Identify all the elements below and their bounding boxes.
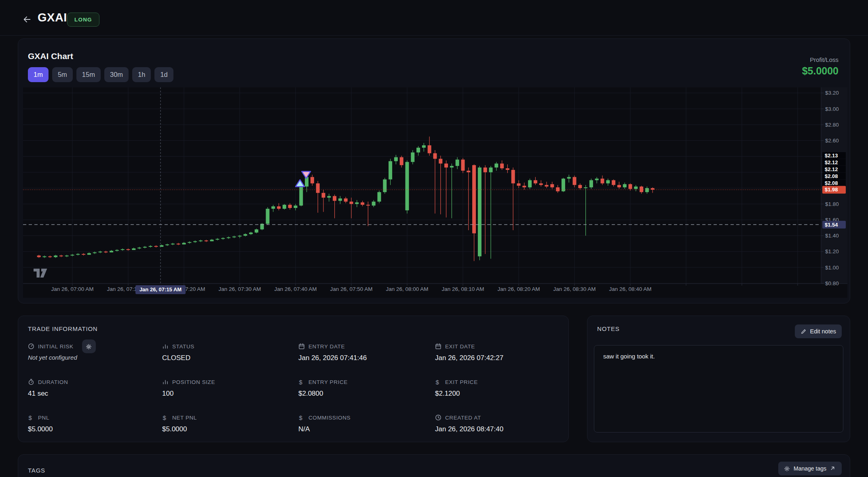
trade-field-label: STATUS bbox=[172, 343, 194, 350]
trade-field-label: DURATION bbox=[38, 379, 68, 385]
svg-text:$2.13: $2.13 bbox=[825, 153, 838, 159]
svg-text:Jan 26, 07:00 AM: Jan 26, 07:00 AM bbox=[51, 286, 93, 292]
position-direction-badge: LONG bbox=[67, 13, 99, 27]
dollar-icon: $ bbox=[162, 414, 169, 421]
back-button[interactable] bbox=[20, 13, 34, 26]
trade-field-exit-date: EXIT DATEJan 26, 2026 07:42:27 bbox=[435, 343, 503, 362]
trade-field-value: Not yet configured bbox=[28, 354, 96, 361]
arrow-left-icon bbox=[23, 15, 32, 24]
trade-field-value: $2.1200 bbox=[435, 390, 478, 398]
svg-text:Jan 26, 08:00 AM: Jan 26, 08:00 AM bbox=[386, 286, 428, 292]
timeframe-15m[interactable]: 15m bbox=[76, 67, 101, 82]
tags-title: TAGS bbox=[28, 467, 45, 474]
gear-icon bbox=[784, 466, 790, 472]
timeframe-1h[interactable]: 1h bbox=[132, 67, 151, 82]
trade-field-created-at: CREATED ATJan 26, 2026 08:47:40 bbox=[435, 414, 503, 433]
profit-loss-value: $5.0000 bbox=[802, 65, 838, 77]
timeframe-30m[interactable]: 30m bbox=[104, 67, 129, 82]
svg-text:Jan 26, 08:10 AM: Jan 26, 08:10 AM bbox=[441, 286, 484, 292]
trade-field-label: PNL bbox=[38, 415, 49, 421]
trade-field-label: POSITION SIZE bbox=[172, 379, 215, 385]
trade-field-commissions: $COMMISSIONSN/A bbox=[298, 414, 351, 433]
trade-field-value: CLOSED bbox=[162, 354, 194, 362]
tags-card: TAGS Manage tags bbox=[18, 454, 850, 477]
trade-information-title: TRADE INFORMATION bbox=[28, 325, 97, 332]
trade-field-value: Jan 26, 2026 07:42:27 bbox=[435, 354, 503, 362]
timeframe-5m[interactable]: 5m bbox=[52, 67, 73, 82]
svg-text:$2.08: $2.08 bbox=[825, 180, 838, 186]
notes-title: NOTES bbox=[597, 325, 620, 332]
svg-text:$2.80: $2.80 bbox=[825, 122, 839, 128]
page-title: GXAI bbox=[38, 11, 67, 24]
configure-initial-risk-button[interactable] bbox=[82, 339, 96, 353]
svg-text:Jan 26, 07:15 AM: Jan 26, 07:15 AM bbox=[139, 286, 182, 293]
trade-field-value: $2.0800 bbox=[298, 390, 348, 398]
manage-tags-button[interactable]: Manage tags bbox=[778, 462, 842, 475]
edit-notes-button[interactable]: Edit notes bbox=[795, 324, 842, 338]
profit-loss-block: Profit/Loss $5.0000 bbox=[802, 56, 838, 77]
svg-text:$2.12: $2.12 bbox=[825, 166, 838, 172]
bar-chart-icon bbox=[162, 379, 169, 385]
trade-field-label: EXIT PRICE bbox=[445, 379, 478, 385]
calendar-icon bbox=[298, 343, 305, 350]
trade-information-card: TRADE INFORMATION INITIAL RISKNot yet co… bbox=[18, 316, 569, 442]
trade-field-value: Jan 26, 2026 08:47:40 bbox=[435, 425, 503, 433]
pencil-icon bbox=[800, 329, 807, 335]
svg-text:$1.00: $1.00 bbox=[825, 265, 839, 271]
svg-text:$1.20: $1.20 bbox=[825, 248, 839, 254]
manage-tags-label: Manage tags bbox=[794, 465, 826, 472]
trade-field-label: COMMISSIONS bbox=[308, 415, 351, 421]
trade-field-duration: DURATION41 sec bbox=[28, 378, 68, 398]
candlestick-chart[interactable]: $3.20$3.00$2.80$2.60$2.40$2.20$2.00$1.80… bbox=[23, 87, 847, 298]
svg-text:$2.08: $2.08 bbox=[825, 173, 838, 179]
trade-field-value: $5.0000 bbox=[162, 425, 197, 433]
edit-notes-label: Edit notes bbox=[810, 328, 836, 335]
trade-field-status: STATUSCLOSED bbox=[162, 343, 194, 362]
clock-icon bbox=[435, 414, 441, 421]
chart-card: GXAI Chart 1m5m15m30m1h1d Profit/Loss $5… bbox=[18, 38, 850, 303]
trade-field-pnl: $PNL$5.0000 bbox=[28, 414, 53, 433]
svg-text:$2.12: $2.12 bbox=[825, 159, 838, 165]
svg-text:$0.80: $0.80 bbox=[825, 280, 839, 286]
svg-text:$3.00: $3.00 bbox=[825, 106, 839, 112]
svg-text:Jan 26, 07:50 AM: Jan 26, 07:50 AM bbox=[330, 286, 372, 292]
trade-field-label: EXIT DATE bbox=[445, 343, 475, 350]
trade-field-label: CREATED AT bbox=[445, 415, 481, 421]
svg-text:Jan 26, 07:30 AM: Jan 26, 07:30 AM bbox=[218, 286, 261, 292]
dollar-icon: $ bbox=[435, 379, 441, 385]
timeframe-1m[interactable]: 1m bbox=[28, 67, 49, 82]
trade-field-position-size: POSITION SIZE100 bbox=[162, 378, 215, 398]
svg-text:$2.60: $2.60 bbox=[825, 138, 839, 144]
trade-field-value: Jan 26, 2026 07:41:46 bbox=[298, 354, 367, 362]
dollar-icon: $ bbox=[298, 379, 305, 385]
trade-field-entry-price: $ENTRY PRICE$2.0800 bbox=[298, 378, 348, 398]
stopwatch-icon bbox=[28, 379, 34, 385]
trade-field-label: INITIAL RISK bbox=[38, 343, 74, 350]
trade-field-value: 100 bbox=[162, 390, 215, 398]
trade-field-initial-risk: INITIAL RISKNot yet configured bbox=[28, 343, 96, 361]
gauge-icon bbox=[28, 343, 34, 350]
bar-chart-icon bbox=[162, 343, 169, 350]
timeframe-1d[interactable]: 1d bbox=[154, 67, 173, 82]
svg-text:$3.20: $3.20 bbox=[825, 90, 839, 96]
svg-text:Jan 26, 08:30 AM: Jan 26, 08:30 AM bbox=[553, 286, 596, 292]
svg-text:$1.80: $1.80 bbox=[825, 201, 839, 207]
dollar-icon: $ bbox=[28, 414, 34, 421]
notes-card: NOTES Edit notes saw it going took it. bbox=[587, 316, 850, 442]
chart-title: GXAI Chart bbox=[28, 51, 73, 61]
trade-field-label: ENTRY DATE bbox=[308, 343, 345, 350]
svg-text:$1.40: $1.40 bbox=[825, 233, 839, 239]
trade-field-label: NET PNL bbox=[172, 415, 197, 421]
profit-loss-label: Profit/Loss bbox=[802, 56, 838, 63]
arrow-up-right-icon bbox=[830, 466, 836, 472]
svg-text:$1.98: $1.98 bbox=[825, 187, 838, 193]
header-divider bbox=[0, 35, 868, 36]
trade-field-exit-price: $EXIT PRICE$2.1200 bbox=[435, 378, 478, 398]
trade-detail-page: GXAI LONG GXAI Chart 1m5m15m30m1h1d Prof… bbox=[0, 0, 868, 477]
trade-field-net-pnl: $NET PNL$5.0000 bbox=[162, 414, 197, 433]
gear-icon bbox=[86, 343, 92, 350]
trade-field-label: ENTRY PRICE bbox=[308, 379, 348, 385]
trade-field-value: N/A bbox=[298, 425, 351, 433]
svg-text:Jan 26, 08:40 AM: Jan 26, 08:40 AM bbox=[609, 286, 651, 292]
trade-field-value: 41 sec bbox=[28, 390, 68, 398]
